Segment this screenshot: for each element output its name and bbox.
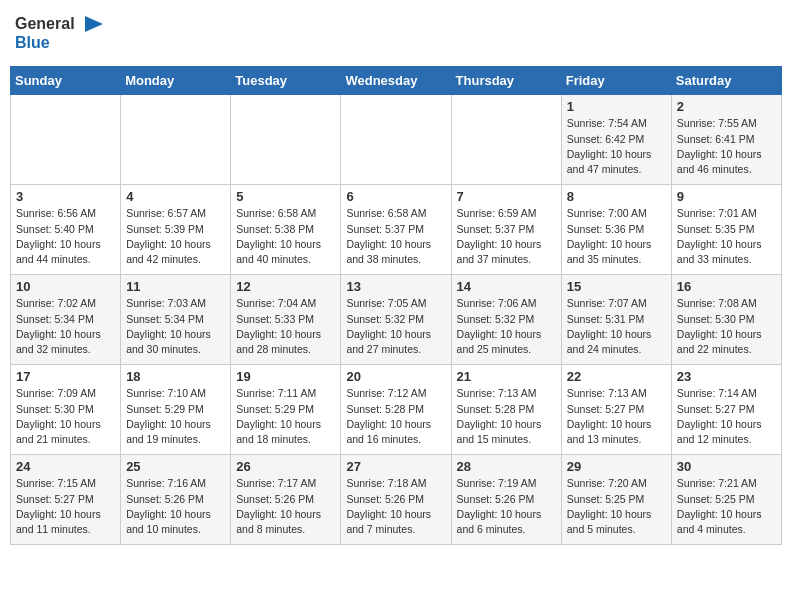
- calendar-cell: 5Sunrise: 6:58 AMSunset: 5:38 PMDaylight…: [231, 185, 341, 275]
- day-number: 20: [346, 369, 445, 384]
- day-info: Sunrise: 7:54 AMSunset: 6:42 PMDaylight:…: [567, 116, 666, 177]
- day-info: Sunrise: 7:16 AMSunset: 5:26 PMDaylight:…: [126, 476, 225, 537]
- logo: General Blue: [15, 15, 103, 51]
- calendar-cell: 29Sunrise: 7:20 AMSunset: 5:25 PMDayligh…: [561, 455, 671, 545]
- weekday-header-tuesday: Tuesday: [231, 67, 341, 95]
- calendar-cell: 23Sunrise: 7:14 AMSunset: 5:27 PMDayligh…: [671, 365, 781, 455]
- day-info: Sunrise: 7:21 AMSunset: 5:25 PMDaylight:…: [677, 476, 776, 537]
- calendar-cell: 14Sunrise: 7:06 AMSunset: 5:32 PMDayligh…: [451, 275, 561, 365]
- day-info: Sunrise: 6:59 AMSunset: 5:37 PMDaylight:…: [457, 206, 556, 267]
- day-number: 15: [567, 279, 666, 294]
- day-number: 27: [346, 459, 445, 474]
- day-info: Sunrise: 7:10 AMSunset: 5:29 PMDaylight:…: [126, 386, 225, 447]
- calendar-cell: 30Sunrise: 7:21 AMSunset: 5:25 PMDayligh…: [671, 455, 781, 545]
- day-number: 11: [126, 279, 225, 294]
- calendar-cell: 11Sunrise: 7:03 AMSunset: 5:34 PMDayligh…: [121, 275, 231, 365]
- calendar-cell: 8Sunrise: 7:00 AMSunset: 5:36 PMDaylight…: [561, 185, 671, 275]
- day-info: Sunrise: 7:13 AMSunset: 5:28 PMDaylight:…: [457, 386, 556, 447]
- day-number: 12: [236, 279, 335, 294]
- calendar-cell: 26Sunrise: 7:17 AMSunset: 5:26 PMDayligh…: [231, 455, 341, 545]
- day-number: 21: [457, 369, 556, 384]
- day-info: Sunrise: 7:20 AMSunset: 5:25 PMDaylight:…: [567, 476, 666, 537]
- week-row-3: 10Sunrise: 7:02 AMSunset: 5:34 PMDayligh…: [11, 275, 782, 365]
- week-row-4: 17Sunrise: 7:09 AMSunset: 5:30 PMDayligh…: [11, 365, 782, 455]
- day-info: Sunrise: 7:01 AMSunset: 5:35 PMDaylight:…: [677, 206, 776, 267]
- day-info: Sunrise: 7:07 AMSunset: 5:31 PMDaylight:…: [567, 296, 666, 357]
- calendar-cell: 28Sunrise: 7:19 AMSunset: 5:26 PMDayligh…: [451, 455, 561, 545]
- calendar-cell: 17Sunrise: 7:09 AMSunset: 5:30 PMDayligh…: [11, 365, 121, 455]
- day-number: 16: [677, 279, 776, 294]
- calendar-cell: 13Sunrise: 7:05 AMSunset: 5:32 PMDayligh…: [341, 275, 451, 365]
- calendar-cell: 15Sunrise: 7:07 AMSunset: 5:31 PMDayligh…: [561, 275, 671, 365]
- day-number: 22: [567, 369, 666, 384]
- day-info: Sunrise: 7:06 AMSunset: 5:32 PMDaylight:…: [457, 296, 556, 357]
- calendar-cell: [341, 95, 451, 185]
- day-info: Sunrise: 7:55 AMSunset: 6:41 PMDaylight:…: [677, 116, 776, 177]
- day-number: 18: [126, 369, 225, 384]
- calendar-cell: 9Sunrise: 7:01 AMSunset: 5:35 PMDaylight…: [671, 185, 781, 275]
- day-info: Sunrise: 7:18 AMSunset: 5:26 PMDaylight:…: [346, 476, 445, 537]
- logo-blue: Blue: [15, 34, 50, 51]
- day-number: 1: [567, 99, 666, 114]
- page-header: General Blue: [10, 10, 782, 56]
- calendar-cell: 27Sunrise: 7:18 AMSunset: 5:26 PMDayligh…: [341, 455, 451, 545]
- day-number: 2: [677, 99, 776, 114]
- calendar-cell: 18Sunrise: 7:10 AMSunset: 5:29 PMDayligh…: [121, 365, 231, 455]
- calendar-cell: 12Sunrise: 7:04 AMSunset: 5:33 PMDayligh…: [231, 275, 341, 365]
- calendar-cell: 7Sunrise: 6:59 AMSunset: 5:37 PMDaylight…: [451, 185, 561, 275]
- week-row-5: 24Sunrise: 7:15 AMSunset: 5:27 PMDayligh…: [11, 455, 782, 545]
- calendar-cell: [11, 95, 121, 185]
- logo-flag-icon: [81, 16, 103, 34]
- day-info: Sunrise: 7:12 AMSunset: 5:28 PMDaylight:…: [346, 386, 445, 447]
- day-number: 9: [677, 189, 776, 204]
- logo-text: General Blue: [15, 15, 103, 51]
- calendar-cell: 2Sunrise: 7:55 AMSunset: 6:41 PMDaylight…: [671, 95, 781, 185]
- day-info: Sunrise: 6:57 AMSunset: 5:39 PMDaylight:…: [126, 206, 225, 267]
- day-number: 29: [567, 459, 666, 474]
- calendar-cell: 1Sunrise: 7:54 AMSunset: 6:42 PMDaylight…: [561, 95, 671, 185]
- day-info: Sunrise: 7:03 AMSunset: 5:34 PMDaylight:…: [126, 296, 225, 357]
- day-info: Sunrise: 7:09 AMSunset: 5:30 PMDaylight:…: [16, 386, 115, 447]
- weekday-header-saturday: Saturday: [671, 67, 781, 95]
- day-info: Sunrise: 7:13 AMSunset: 5:27 PMDaylight:…: [567, 386, 666, 447]
- day-number: 13: [346, 279, 445, 294]
- calendar-cell: 6Sunrise: 6:58 AMSunset: 5:37 PMDaylight…: [341, 185, 451, 275]
- day-number: 28: [457, 459, 556, 474]
- day-number: 23: [677, 369, 776, 384]
- calendar-cell: 25Sunrise: 7:16 AMSunset: 5:26 PMDayligh…: [121, 455, 231, 545]
- calendar-cell: 24Sunrise: 7:15 AMSunset: 5:27 PMDayligh…: [11, 455, 121, 545]
- day-number: 19: [236, 369, 335, 384]
- week-row-1: 1Sunrise: 7:54 AMSunset: 6:42 PMDaylight…: [11, 95, 782, 185]
- day-info: Sunrise: 7:08 AMSunset: 5:30 PMDaylight:…: [677, 296, 776, 357]
- day-number: 8: [567, 189, 666, 204]
- day-info: Sunrise: 6:58 AMSunset: 5:38 PMDaylight:…: [236, 206, 335, 267]
- day-info: Sunrise: 6:56 AMSunset: 5:40 PMDaylight:…: [16, 206, 115, 267]
- day-number: 14: [457, 279, 556, 294]
- day-number: 30: [677, 459, 776, 474]
- day-number: 25: [126, 459, 225, 474]
- svg-marker-0: [85, 16, 103, 32]
- logo-general: General: [15, 15, 75, 32]
- calendar-cell: 16Sunrise: 7:08 AMSunset: 5:30 PMDayligh…: [671, 275, 781, 365]
- weekday-header-row: SundayMondayTuesdayWednesdayThursdayFrid…: [11, 67, 782, 95]
- day-number: 5: [236, 189, 335, 204]
- day-info: Sunrise: 7:00 AMSunset: 5:36 PMDaylight:…: [567, 206, 666, 267]
- day-info: Sunrise: 7:04 AMSunset: 5:33 PMDaylight:…: [236, 296, 335, 357]
- weekday-header-thursday: Thursday: [451, 67, 561, 95]
- calendar-cell: 10Sunrise: 7:02 AMSunset: 5:34 PMDayligh…: [11, 275, 121, 365]
- day-number: 7: [457, 189, 556, 204]
- calendar-table: SundayMondayTuesdayWednesdayThursdayFrid…: [10, 66, 782, 545]
- calendar-cell: [121, 95, 231, 185]
- weekday-header-sunday: Sunday: [11, 67, 121, 95]
- day-number: 24: [16, 459, 115, 474]
- day-info: Sunrise: 7:14 AMSunset: 5:27 PMDaylight:…: [677, 386, 776, 447]
- day-info: Sunrise: 7:02 AMSunset: 5:34 PMDaylight:…: [16, 296, 115, 357]
- calendar-cell: 21Sunrise: 7:13 AMSunset: 5:28 PMDayligh…: [451, 365, 561, 455]
- calendar-cell: 4Sunrise: 6:57 AMSunset: 5:39 PMDaylight…: [121, 185, 231, 275]
- weekday-header-monday: Monday: [121, 67, 231, 95]
- day-number: 3: [16, 189, 115, 204]
- day-info: Sunrise: 7:05 AMSunset: 5:32 PMDaylight:…: [346, 296, 445, 357]
- day-number: 17: [16, 369, 115, 384]
- calendar-cell: 22Sunrise: 7:13 AMSunset: 5:27 PMDayligh…: [561, 365, 671, 455]
- week-row-2: 3Sunrise: 6:56 AMSunset: 5:40 PMDaylight…: [11, 185, 782, 275]
